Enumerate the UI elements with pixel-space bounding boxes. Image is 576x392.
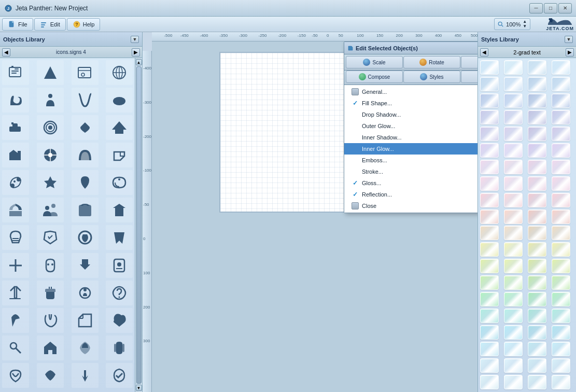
list-item[interactable] [72, 335, 99, 360]
list-item[interactable] [37, 281, 64, 305]
style-swatch[interactable] [480, 226, 499, 240]
list-item[interactable] [72, 198, 99, 222]
file-menu[interactable]: File [2, 18, 33, 31]
list-item[interactable] [72, 88, 99, 113]
style-swatch[interactable] [528, 127, 546, 141]
list-item[interactable] [72, 225, 99, 250]
list-item[interactable] [106, 88, 133, 113]
style-swatch[interactable] [552, 77, 570, 91]
list-item[interactable] [2, 143, 29, 167]
maximize-button[interactable]: □ [544, 3, 557, 13]
list-item[interactable] [106, 281, 133, 305]
style-swatch[interactable] [480, 77, 499, 91]
library-next-button[interactable]: ▶ [132, 48, 140, 57]
menu-item-outer-glow[interactable]: ✓ Outer Glow... [344, 120, 477, 132]
style-swatch[interactable] [504, 60, 523, 75]
style-swatch[interactable] [480, 143, 499, 158]
list-item[interactable] [2, 335, 29, 360]
style-swatch[interactable] [528, 275, 546, 290]
zoom-down-arrow[interactable]: ▼ [523, 24, 527, 29]
menu-item-close[interactable]: Close [344, 200, 477, 212]
list-item[interactable] [2, 198, 29, 222]
style-swatch[interactable] [504, 342, 523, 356]
style-swatch[interactable] [504, 292, 523, 306]
list-item[interactable] [2, 308, 29, 333]
style-swatch[interactable] [528, 60, 546, 75]
style-swatch[interactable] [552, 325, 570, 340]
list-item[interactable] [106, 115, 133, 140]
style-swatch[interactable] [480, 275, 499, 290]
style-swatch[interactable] [504, 176, 523, 191]
tab-styles[interactable]: Styles [403, 71, 460, 83]
styles-next-button[interactable]: ▶ [566, 48, 574, 57]
style-swatch[interactable] [528, 209, 546, 224]
scroll-down-button[interactable]: ▼ [136, 385, 142, 391]
objects-library-scrollbar[interactable]: ▲ ▼ [135, 58, 142, 392]
list-item[interactable] [106, 308, 133, 333]
minimize-button[interactable]: ─ [529, 3, 543, 13]
style-swatch[interactable] [480, 309, 499, 323]
list-item[interactable] [72, 115, 99, 140]
menu-item-general[interactable]: General... Ctrl S [344, 86, 477, 97]
style-swatch[interactable] [480, 127, 499, 141]
zoom-display[interactable]: 100% ▲ ▼ [494, 18, 530, 30]
style-swatch[interactable] [504, 160, 523, 174]
style-swatch[interactable] [528, 226, 546, 240]
help-menu[interactable]: ? Help [67, 18, 101, 31]
list-item[interactable] [106, 170, 133, 195]
list-item[interactable] [2, 115, 29, 140]
list-item[interactable] [106, 225, 133, 250]
canvas-area[interactable]: NEW LINX YOUR LOGO SLOGAN Edit Selected … [152, 41, 477, 392]
style-swatch[interactable] [528, 193, 546, 207]
style-swatch[interactable] [552, 275, 570, 290]
scroll-up-button[interactable]: ▲ [136, 59, 142, 65]
list-item[interactable] [2, 281, 29, 305]
list-item[interactable] [106, 335, 133, 360]
style-swatch[interactable] [552, 127, 570, 141]
style-swatch[interactable] [504, 127, 523, 141]
style-swatch[interactable] [504, 193, 523, 207]
style-swatch[interactable] [504, 242, 523, 257]
style-swatch[interactable] [480, 325, 499, 340]
styles-library-close[interactable]: ▼ [565, 36, 573, 43]
style-swatch[interactable] [504, 358, 523, 373]
style-swatch[interactable] [552, 259, 570, 273]
style-swatch[interactable] [552, 193, 570, 207]
list-item[interactable] [106, 198, 133, 222]
style-swatch[interactable] [552, 375, 570, 389]
style-swatch[interactable] [528, 292, 546, 306]
list-item[interactable] [37, 198, 64, 222]
style-swatch[interactable] [504, 275, 523, 290]
tab-colors[interactable]: Colors [461, 56, 477, 68]
style-swatch[interactable] [504, 325, 523, 340]
list-item[interactable] [72, 143, 99, 167]
list-item[interactable] [2, 170, 29, 195]
list-item[interactable] [72, 363, 99, 388]
style-swatch[interactable] [528, 77, 546, 91]
menu-item-stroke[interactable]: ✓ Stroke... [344, 166, 477, 177]
tab-rotate[interactable]: Rotate [403, 56, 460, 68]
list-item[interactable] [37, 225, 64, 250]
style-swatch[interactable] [552, 93, 570, 108]
style-swatch[interactable] [528, 242, 546, 257]
scroll-thumb[interactable] [136, 66, 142, 384]
menu-item-inner-glow[interactable]: ✓ Inner Glow... [344, 143, 477, 155]
zoom-arrows[interactable]: ▲ ▼ [523, 20, 527, 29]
style-swatch[interactable] [504, 226, 523, 240]
style-swatch[interactable] [528, 375, 546, 389]
style-swatch[interactable] [480, 292, 499, 306]
tab-scale[interactable]: Scale [346, 56, 403, 68]
list-item[interactable] [106, 143, 133, 167]
list-item[interactable] [106, 60, 133, 85]
style-swatch[interactable] [552, 143, 570, 158]
zoom-control[interactable]: 100% ▲ ▼ [494, 18, 530, 30]
list-item[interactable] [2, 88, 29, 113]
menu-item-reflection[interactable]: ✓ Reflection... [344, 189, 477, 200]
style-swatch[interactable] [528, 325, 546, 340]
style-swatch[interactable] [528, 176, 546, 191]
list-item[interactable] [72, 308, 99, 333]
style-swatch[interactable] [480, 259, 499, 273]
style-swatch[interactable] [480, 93, 499, 108]
list-item[interactable] [106, 363, 133, 388]
list-item[interactable] [37, 60, 64, 85]
